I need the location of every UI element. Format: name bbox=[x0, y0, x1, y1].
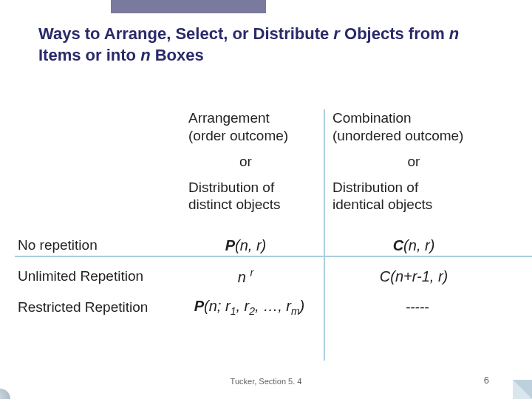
header-arrangement-l1: Arrangement bbox=[188, 110, 270, 126]
formula-p-n-r: P(n, r) bbox=[174, 237, 318, 254]
slide-title: Ways to Arrange, Select, or Distribute r… bbox=[38, 24, 497, 66]
table-row: Unlimited Repetition n r C(n+r-1, r) bbox=[15, 261, 517, 292]
table-body: No repetition P(n, r) C(n, r) Unlimited … bbox=[15, 230, 517, 323]
title-var-n1: n bbox=[449, 24, 459, 43]
formula-n-to-r: n r bbox=[174, 267, 318, 286]
vertical-divider bbox=[324, 109, 325, 361]
decorative-top-stripe bbox=[111, 0, 266, 13]
header-row-top: Arrangement (order outcome) Combination … bbox=[15, 109, 517, 145]
header-combination-l2: (unordered outcome) bbox=[332, 128, 463, 143]
dist-identical-l1: Distribution of bbox=[332, 180, 418, 195]
dist-distinct-l2: distinct objects bbox=[188, 197, 281, 212]
title-text-3: Items or into bbox=[38, 46, 140, 64]
title-var-n2: n bbox=[140, 46, 155, 64]
decorative-page-curl-shadow bbox=[513, 380, 532, 399]
title-text-1: Ways to Arrange, Select, or Distribute bbox=[38, 24, 333, 43]
decorative-corner-ball bbox=[0, 389, 10, 399]
or-right: or bbox=[318, 154, 510, 170]
formula-c-nr1-r: C(n+r-1, r) bbox=[318, 268, 510, 285]
page-number: 6 bbox=[484, 375, 489, 386]
header-dist-identical: Distribution of identical objects bbox=[318, 179, 510, 214]
header-dist-distinct: Distribution of distinct objects bbox=[174, 179, 318, 214]
formula-none: ----- bbox=[325, 299, 510, 316]
row-label-restricted: Restricted Repetition bbox=[15, 299, 174, 316]
header-row-or: or or bbox=[15, 154, 517, 170]
header-arrangement: Arrangement (order outcome) bbox=[174, 109, 318, 145]
dist-identical-l2: identical objects bbox=[332, 197, 432, 212]
or-left: or bbox=[174, 154, 318, 170]
title-text-2: Objects from bbox=[344, 24, 449, 43]
row-label-no-rep: No repetition bbox=[15, 237, 174, 253]
header-row-distribution: Distribution of distinct objects Distrib… bbox=[15, 179, 517, 214]
footer-citation: Tucker, Section 5. 4 bbox=[0, 377, 532, 386]
row-label-unlimited: Unlimited Repetition bbox=[15, 268, 174, 284]
dist-distinct-l1: Distribution of bbox=[188, 180, 274, 195]
title-var-r: r bbox=[333, 24, 344, 43]
header-combination: Combination (unordered outcome) bbox=[318, 109, 510, 145]
header-combination-l1: Combination bbox=[332, 110, 412, 126]
horizontal-divider bbox=[15, 256, 532, 257]
table-row: Restricted Repetition P(n; r1, r2, …, rm… bbox=[15, 292, 517, 323]
title-text-4: Boxes bbox=[155, 46, 204, 64]
formula-c-n-r: C(n, r) bbox=[318, 237, 510, 254]
comparison-table: Arrangement (order outcome) Combination … bbox=[15, 109, 517, 323]
formula-p-multinomial: P(n; r1, r2, …, rm) bbox=[174, 298, 325, 317]
header-arrangement-l2: (order outcome) bbox=[188, 128, 288, 143]
